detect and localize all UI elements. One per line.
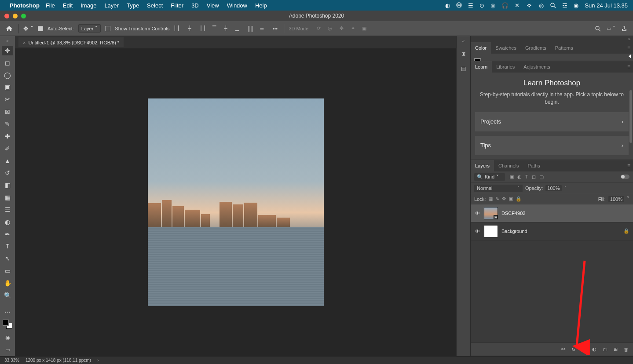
- lock-transparency-icon[interactable]: ▦: [488, 196, 493, 202]
- filter-smart-icon[interactable]: ▢: [539, 174, 544, 180]
- layer-name[interactable]: DSCF4902: [501, 211, 525, 216]
- color-panel-menu-icon[interactable]: ≡: [627, 45, 630, 51]
- auto-select-target-dropdown[interactable]: Layer˅: [78, 24, 101, 33]
- layer-item[interactable]: 👁 Background 🔒: [471, 222, 633, 240]
- status-malware-icon[interactable]: Ⓜ: [456, 1, 462, 9]
- align-left-edges-icon[interactable]: ▏▏: [174, 24, 183, 33]
- crop-tool[interactable]: ✂: [2, 95, 13, 104]
- status-stacks-icon[interactable]: ☰: [468, 2, 473, 9]
- object-select-tool[interactable]: ▣: [2, 83, 13, 92]
- menu-window[interactable]: Window: [227, 2, 247, 9]
- rectangle-tool[interactable]: ▭: [2, 266, 13, 276]
- lock-artboard-icon[interactable]: ▣: [509, 196, 513, 202]
- tab-learn[interactable]: Learn: [471, 61, 492, 73]
- tab-layers[interactable]: Layers: [471, 160, 494, 171]
- tab-patterns[interactable]: Patterns: [551, 42, 578, 54]
- status-wifi-icon[interactable]: [526, 3, 533, 8]
- layer-filter-kind-dropdown[interactable]: 🔍 Kind ˅: [474, 173, 505, 181]
- align-horizontal-centers-icon[interactable]: ┿: [185, 24, 194, 33]
- eraser-tool[interactable]: ◧: [2, 180, 13, 190]
- filter-shape-icon[interactable]: ◻: [532, 174, 536, 180]
- eyedropper-tool[interactable]: ✎: [2, 119, 13, 129]
- opacity-input[interactable]: 100%: [545, 185, 561, 191]
- search-icon[interactable]: [593, 24, 602, 33]
- menubar-clock[interactable]: Sun 24 Jul 13.35: [585, 2, 628, 9]
- learn-panel-menu-icon[interactable]: ≡: [627, 64, 630, 70]
- lasso-tool[interactable]: ◯: [2, 70, 13, 80]
- new-layer-icon[interactable]: ⊞: [614, 346, 618, 352]
- fill-input[interactable]: 100%: [608, 196, 624, 202]
- link-layers-icon[interactable]: ⚯: [561, 346, 565, 352]
- tab-channels[interactable]: Channels: [494, 160, 523, 171]
- quick-mask-icon[interactable]: ◉: [3, 334, 12, 341]
- pen-tool[interactable]: ✒: [2, 229, 13, 239]
- auto-select-checkbox[interactable]: [38, 26, 43, 31]
- status-info-chevron-icon[interactable]: ›: [97, 358, 99, 363]
- new-adjustment-layer-icon[interactable]: ◐: [592, 346, 596, 352]
- menu-select[interactable]: Select: [147, 2, 163, 9]
- new-group-icon[interactable]: 🗀: [603, 347, 607, 352]
- layer-visibility-icon[interactable]: 👁: [474, 211, 480, 216]
- menu-help[interactable]: Help: [255, 2, 267, 9]
- collapse-panels-icon[interactable]: »: [471, 36, 633, 42]
- clone-stamp-tool[interactable]: ▲: [2, 156, 13, 166]
- share-icon[interactable]: [620, 24, 629, 33]
- menu-type[interactable]: Type: [127, 2, 139, 9]
- show-transform-checkbox[interactable]: [105, 26, 110, 31]
- tab-libraries[interactable]: Libraries: [492, 61, 519, 73]
- layer-filter-toggle[interactable]: [621, 175, 629, 179]
- edit-toolbar-icon[interactable]: ⋯: [2, 307, 13, 317]
- tab-swatches[interactable]: Swatches: [491, 42, 521, 54]
- screen-mode-icon[interactable]: ▭: [3, 346, 12, 353]
- layers-panel-menu-icon[interactable]: ≡: [627, 163, 630, 169]
- status-zoom[interactable]: 33,33%: [4, 358, 19, 363]
- menu-file[interactable]: File: [46, 2, 55, 9]
- path-select-tool[interactable]: ↖: [2, 254, 13, 263]
- lock-image-icon[interactable]: ✎: [495, 196, 499, 202]
- app-menu[interactable]: Photoshop: [10, 2, 40, 9]
- tab-paths[interactable]: Paths: [523, 160, 545, 171]
- layer-thumbnail[interactable]: [484, 225, 498, 237]
- delete-layer-icon[interactable]: 🗑: [624, 347, 629, 352]
- status-doc-info[interactable]: 1200 px x 1418 px (118,11 ppcm): [26, 358, 91, 363]
- tab-adjustments[interactable]: Adjustments: [519, 61, 555, 73]
- workspace-switcher-icon[interactable]: ▭ ˅: [607, 24, 615, 33]
- gradient-tool[interactable]: ▦: [2, 193, 13, 202]
- foreground-background-swatch[interactable]: [3, 320, 12, 329]
- status-shield-icon[interactable]: ◐: [445, 2, 450, 9]
- marquee-tool[interactable]: ◻: [2, 58, 13, 68]
- align-top-edges-icon[interactable]: ▔: [210, 24, 219, 33]
- document-canvas[interactable]: [148, 98, 324, 306]
- frame-tool[interactable]: ⊠: [2, 107, 13, 116]
- add-mask-icon[interactable]: ◉: [582, 346, 586, 352]
- layer-name[interactable]: Background: [501, 229, 527, 234]
- brush-tool[interactable]: ✐: [2, 144, 13, 153]
- history-brush-tool[interactable]: ↺: [2, 168, 13, 178]
- window-zoom-button[interactable]: [21, 14, 26, 18]
- window-minimize-button[interactable]: [13, 14, 18, 18]
- learn-scrollbar[interactable]: [629, 90, 632, 143]
- status-play-icon[interactable]: ⊙: [479, 2, 484, 9]
- menu-3d[interactable]: 3D: [191, 2, 199, 9]
- lock-position-icon[interactable]: ✥: [502, 196, 506, 202]
- filter-type-icon[interactable]: T: [525, 174, 528, 180]
- align-vertical-centers-icon[interactable]: ┿: [221, 24, 230, 33]
- dodge-tool[interactable]: ◐: [2, 217, 13, 227]
- status-hammer-icon[interactable]: ✕: [515, 2, 520, 9]
- status-siri-icon[interactable]: ◉: [574, 2, 578, 9]
- distribute-horizontal-icon[interactable]: ║║: [246, 24, 255, 33]
- lock-all-icon[interactable]: 🔒: [516, 196, 522, 202]
- status-headphones-icon[interactable]: 🎧: [501, 2, 509, 9]
- type-tool[interactable]: T: [2, 242, 13, 251]
- layer-visibility-icon[interactable]: 👁: [474, 229, 480, 234]
- menu-view[interactable]: View: [207, 2, 219, 9]
- properties-panel-icon[interactable]: ▤: [459, 64, 468, 73]
- menu-filter[interactable]: Filter: [171, 2, 183, 9]
- more-align-icon[interactable]: •••: [271, 24, 279, 33]
- zoom-tool[interactable]: 🔍: [2, 291, 13, 300]
- learn-item-tips[interactable]: Tips›: [475, 136, 629, 155]
- expand-dock-icon[interactable]: «: [462, 39, 465, 44]
- menu-layer[interactable]: Layer: [104, 2, 119, 9]
- move-tool[interactable]: ✥: [2, 46, 13, 55]
- layer-item[interactable]: 👁 ▣ DSCF4902: [471, 204, 633, 222]
